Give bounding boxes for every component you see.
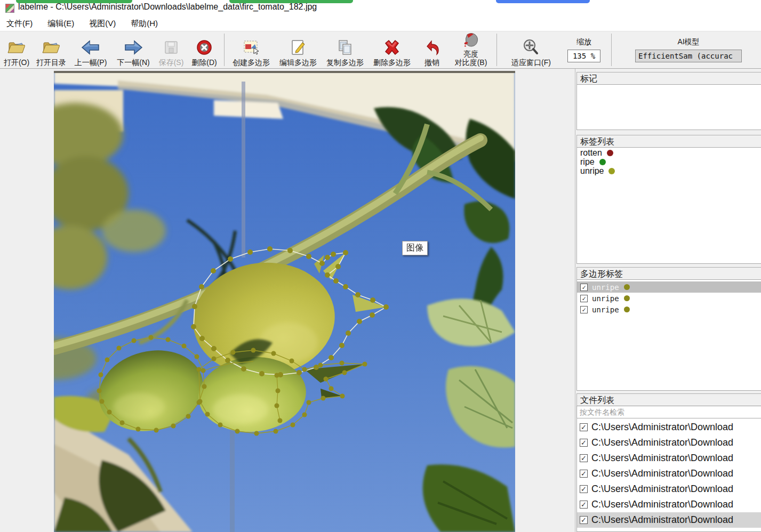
toolbar-label: 适应窗口(F) [511, 58, 551, 67]
ai-model-label: AI模型 [677, 37, 699, 47]
next-image-button[interactable]: 下一幅(N) [112, 31, 155, 68]
file-path: C:\Users\Administrator\Download [591, 514, 733, 526]
checkbox-checked[interactable]: ✓ [580, 306, 588, 313]
label-name: rotten [580, 148, 602, 158]
file-row[interactable]: ✓ C:\Users\Administrator\Download [577, 435, 761, 450]
file-list-panel-title: 文件列表 [576, 393, 761, 406]
toolbar-label: 亮度 [463, 50, 478, 58]
toolbar-separator [496, 34, 497, 66]
label-color-dot [608, 168, 615, 174]
toolbar-label: 保存(S) [159, 58, 184, 67]
polygon-color-dot [624, 307, 630, 312]
file-path: C:\Users\Administrator\Download [591, 483, 733, 495]
menu-view[interactable]: 视图(V) [84, 17, 121, 30]
toolbar-label: 编辑多边形 [279, 58, 317, 67]
label-item-unripe[interactable]: unripe [577, 166, 761, 175]
toolbar-label: 下一幅(N) [117, 58, 149, 67]
save-icon [163, 37, 179, 58]
edit-polygon-button[interactable]: 编辑多边形 [275, 31, 322, 68]
menu-file[interactable]: 文件(F) [1, 17, 38, 30]
checkbox-checked[interactable]: ✓ [580, 516, 588, 524]
label-color-dot [599, 159, 606, 165]
polygon-label-list[interactable]: ✓ unripe ✓ unripe ✓ unripe [576, 279, 761, 391]
support-pole [242, 82, 245, 257]
polygon-label-row[interactable]: ✓ unripe [577, 304, 761, 315]
toolbar-separator [224, 34, 225, 66]
polygon-label-row[interactable]: ✓ unripe [577, 293, 761, 304]
checkbox-checked[interactable]: ✓ [580, 439, 588, 447]
delete-file-button[interactable]: 删除(D) [188, 31, 221, 68]
edit-polygon-icon [290, 37, 307, 58]
zoom-spinbox[interactable]: 135 % [567, 50, 600, 62]
toolbar-label: 打开(O) [4, 58, 29, 67]
right-dock: 标记 标签列表 rotten ripe unripe 多边形标签 ✓ unrip… [575, 69, 761, 532]
label-color-dot [607, 150, 613, 156]
polygon-color-dot [624, 284, 630, 290]
polygon-label-text: unripe [592, 294, 619, 303]
cursor-tooltip: 图像 [402, 241, 428, 255]
duplicate-polygon-button[interactable]: 复制多边形 [322, 31, 369, 68]
create-polygon-button[interactable]: 创建多边形 [228, 31, 275, 68]
label-item-ripe[interactable]: ripe [577, 157, 761, 166]
label-name: ripe [580, 157, 595, 167]
delete-polygon-button[interactable]: 删除多边形 [369, 31, 415, 68]
checkbox-checked[interactable]: ✓ [580, 284, 588, 291]
file-path: C:\Users\Administrator\Download [591, 422, 733, 433]
next-arrow-icon [123, 37, 143, 58]
label-list[interactable]: rotten ripe unripe [576, 147, 761, 264]
toolbar-label: 上一幅(P) [75, 58, 107, 67]
open-dir-button[interactable]: 打开目录 [33, 31, 69, 68]
fit-window-button[interactable]: 适应窗口(F) [504, 31, 558, 68]
zoom-label: 缩放 [576, 37, 591, 47]
file-path: C:\Users\Administrator\Download [591, 453, 733, 464]
brightness-contrast-button[interactable]: 亮度 对比度(B) [448, 31, 493, 68]
flags-list[interactable] [576, 84, 761, 130]
ai-model-combobox[interactable]: EfficientSam (accurac [635, 50, 742, 62]
canvas-area: 图像 [0, 69, 575, 532]
delete-polygon-icon [382, 37, 402, 58]
screen-artifact-blue [496, 0, 590, 3]
label-item-rotten[interactable]: rotten [577, 148, 761, 157]
polygon-label-text: unripe [592, 305, 619, 314]
toolbar-label: 打开目录 [36, 58, 66, 67]
checkbox-checked[interactable]: ✓ [580, 501, 588, 509]
file-path: C:\Users\Administrator\Download [591, 437, 733, 448]
zoom-control: 缩放 135 % [563, 31, 605, 68]
annotation-canvas[interactable]: 图像 [54, 71, 515, 532]
file-row[interactable]: ✓ C:\Users\Administrator\Download [577, 450, 761, 466]
polygon-label-row[interactable]: ✓ unripe [577, 281, 761, 293]
prev-image-button[interactable]: 上一幅(P) [69, 31, 112, 68]
file-row[interactable]: ✓ C:\Users\Administrator\Download [577, 466, 761, 481]
checkbox-checked[interactable]: ✓ [580, 423, 588, 431]
open-button[interactable]: 打开(O) [0, 31, 33, 68]
flags-panel-title: 标记 [576, 72, 761, 84]
checkbox-checked[interactable]: ✓ [580, 454, 588, 462]
file-list[interactable]: ✓ C:\Users\Administrator\Download ✓ C:\U… [576, 418, 761, 532]
save-button[interactable]: 保存(S) [155, 31, 188, 68]
file-row[interactable]: ✓ C:\Users\Administrator\Download [577, 497, 761, 512]
polygon-color-dot [624, 295, 630, 301]
labelme-app-icon [5, 4, 14, 13]
toolbar-label: 复制多边形 [326, 58, 364, 67]
undo-button[interactable]: 撤销 [415, 31, 448, 68]
menu-bar: 文件(F) 编辑(E) 视图(V) 帮助(H) [0, 16, 761, 31]
file-row[interactable]: ✓ C:\Users\Administrator\Download [577, 420, 761, 435]
file-search-input[interactable]: 按文件名检索 [576, 406, 761, 418]
checkbox-checked[interactable]: ✓ [580, 485, 588, 493]
open-folder-icon [7, 37, 26, 58]
photo-scene [54, 71, 515, 532]
file-path: C:\Users\Administrator\Download [591, 499, 733, 510]
polygon-label-text: unripe [592, 283, 619, 292]
label-name: unripe [580, 166, 604, 176]
prev-arrow-icon [81, 37, 101, 58]
file-row[interactable]: ✓ C:\Users\Administrator\Download [577, 481, 761, 497]
file-row-selected[interactable]: ✓ C:\Users\Administrator\Download [577, 512, 761, 528]
brightness-contrast-icon [462, 31, 480, 50]
toolbar-label: 创建多边形 [233, 58, 270, 67]
menu-help[interactable]: 帮助(H) [125, 17, 163, 30]
toolbar-label: 撤销 [424, 58, 439, 67]
menu-edit[interactable]: 编辑(E) [42, 17, 79, 30]
duplicate-polygon-icon [337, 37, 354, 58]
checkbox-checked[interactable]: ✓ [580, 470, 588, 478]
checkbox-checked[interactable]: ✓ [580, 295, 588, 302]
